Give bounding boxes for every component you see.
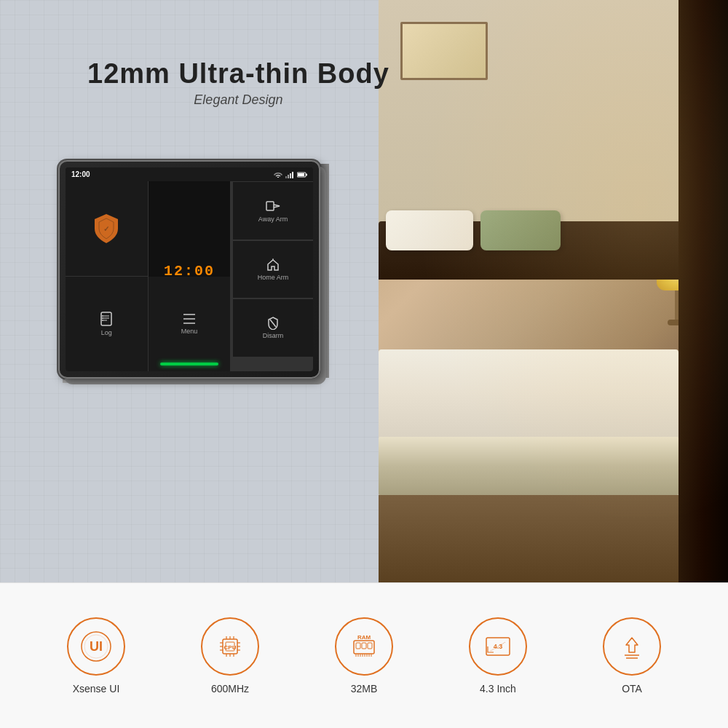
shield-cell[interactable]: ✓: [66, 181, 148, 276]
menu-label: Menu: [181, 328, 198, 335]
away-icon: [266, 199, 280, 213]
ota-icon: [616, 630, 648, 662]
svg-text:CPU: CPU: [224, 644, 237, 651]
product-section: 12mm Ultra-thin Body Elegant Design 12:0…: [0, 0, 728, 582]
screen-size-label: 4.3 Inch: [480, 683, 516, 695]
spec-screen-size: 4.3 4.3 Inch: [469, 617, 527, 695]
xsense-ui-icon-circle: UI: [67, 617, 125, 676]
headline-block: 12mm Ultra-thin Body Elegant Design: [87, 58, 389, 108]
bedroom-scene: [379, 0, 728, 582]
svg-rect-6: [298, 173, 304, 176]
svg-rect-2: [290, 173, 291, 178]
svg-line-23: [270, 320, 276, 327]
wifi-icon: [274, 171, 282, 178]
screen-size-icon-circle: 4.3: [469, 617, 527, 676]
cpu-icon-circle: CPU: [201, 617, 259, 676]
device-panel: 12:00: [58, 160, 320, 379]
ram-icon-circle: RAM: [335, 617, 393, 676]
svg-rect-44: [362, 643, 366, 649]
svg-rect-5: [306, 173, 307, 175]
headline-main-text: 12mm Ultra-thin Body: [87, 58, 389, 90]
spec-ota: OTA: [603, 617, 661, 695]
svg-rect-21: [266, 202, 274, 210]
spec-xsense-ui: UI Xsense UI: [67, 617, 125, 695]
ram-icon: RAM: [348, 630, 380, 662]
spec-ram: RAM 32MB: [335, 617, 393, 695]
bedroom-background: [379, 0, 728, 582]
svg-rect-0: [285, 176, 287, 178]
status-icons: [274, 171, 307, 178]
led-indicator: [160, 363, 218, 365]
signal-icon: [285, 171, 294, 178]
device-side-shadow: [320, 164, 329, 378]
svg-point-15: [102, 317, 103, 319]
shield-icon: ✓: [92, 213, 121, 245]
svg-rect-1: [288, 175, 289, 178]
cpu-icon: CPU: [214, 630, 246, 662]
log-cell[interactable]: Log: [66, 277, 148, 371]
menu-icon: [183, 313, 196, 325]
log-icon: [100, 312, 113, 326]
svg-text:UI: UI: [90, 639, 103, 654]
away-arm-overlay-cell[interactable]: Away Arm: [233, 182, 313, 240]
svg-text:RAM: RAM: [357, 634, 371, 641]
screen-statusbar: 12:00: [66, 167, 313, 181]
status-time: 12:00: [71, 170, 90, 178]
home-arm-overlay-cell[interactable]: Home Arm: [233, 241, 313, 299]
svg-text:4.3: 4.3: [494, 643, 503, 650]
svg-text:✓: ✓: [103, 225, 109, 233]
home-icon: [266, 258, 280, 272]
svg-rect-10: [101, 312, 111, 325]
svg-marker-58: [626, 638, 638, 652]
log-label: Log: [101, 329, 112, 336]
svg-point-16: [102, 320, 103, 321]
disarm-overlay-cell[interactable]: Disarm: [233, 299, 313, 357]
cpu-label: 600MHz: [211, 683, 249, 695]
menu-cell[interactable]: Menu: [149, 277, 231, 371]
room-light-overlay: [379, 0, 728, 582]
ota-label: OTA: [622, 683, 642, 695]
svg-rect-3: [292, 172, 293, 178]
svg-point-14: [102, 315, 103, 317]
disarm-overlay-label: Disarm: [263, 332, 284, 339]
disarm-overlay-icon: [266, 317, 280, 330]
specs-section: UI Xsense UI: [0, 582, 728, 728]
home-arm-overlay-label: Home Arm: [258, 274, 289, 281]
headline-sub-text: Elegant Design: [87, 92, 389, 108]
spec-cpu: CPU 600MHz: [201, 617, 259, 695]
battery-icon: [297, 172, 307, 178]
screen-size-icon: 4.3: [482, 630, 514, 662]
ram-label: 32MB: [351, 683, 378, 695]
away-arm-overlay-label: Away Arm: [258, 215, 288, 223]
svg-rect-45: [368, 643, 372, 649]
right-column-overlay: Away Arm Home Arm Disarm: [233, 182, 313, 357]
xsense-ui-label: Xsense UI: [73, 683, 120, 695]
svg-rect-43: [356, 643, 360, 649]
ota-icon-circle: [603, 617, 661, 676]
main-container: 12mm Ultra-thin Body Elegant Design 12:0…: [0, 0, 728, 728]
ui-icon: UI: [80, 630, 112, 662]
